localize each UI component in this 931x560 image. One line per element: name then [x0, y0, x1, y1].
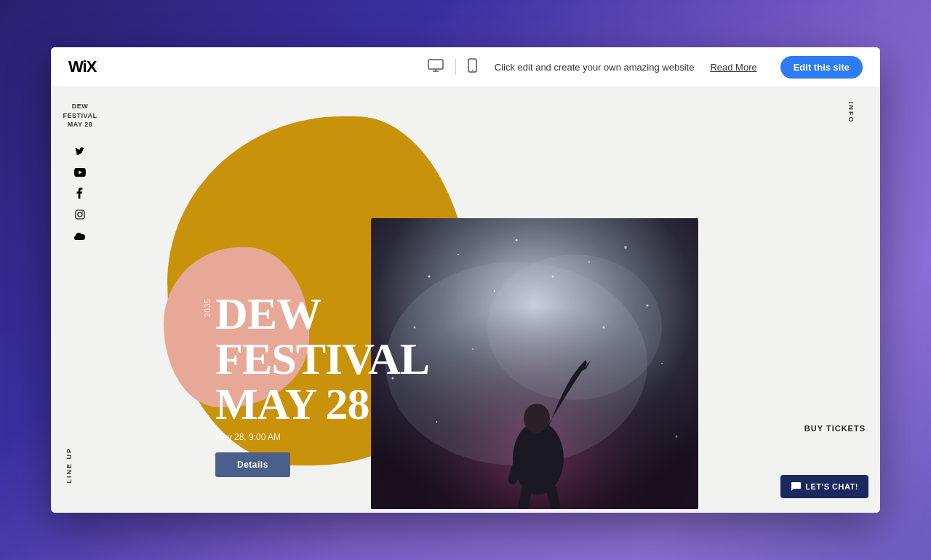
- svg-rect-0: [428, 60, 443, 69]
- year-label: 2035: [204, 298, 212, 317]
- right-sidebar: INFO: [822, 87, 880, 513]
- festival-overlay: 2035 DEW FESTIVAL MAY 28 May 28, 9:00 AM…: [204, 291, 429, 477]
- svg-rect-5: [76, 210, 84, 219]
- chat-icon: [791, 482, 801, 491]
- svg-point-16: [624, 246, 627, 249]
- facebook-icon[interactable]: [76, 188, 84, 201]
- svg-point-12: [428, 276, 431, 278]
- site-title: DEW FESTIVAL MAY 28: [63, 102, 97, 129]
- lineup-label: LINE UP: [65, 447, 73, 484]
- left-sidebar: DEW FESTIVAL MAY 28: [51, 87, 109, 513]
- edit-site-button[interactable]: Edit this site: [780, 56, 863, 79]
- svg-point-26: [436, 421, 437, 423]
- svg-point-28: [524, 404, 550, 433]
- svg-point-25: [676, 436, 678, 438]
- mobile-icon[interactable]: [468, 58, 477, 76]
- svg-point-21: [661, 363, 663, 364]
- svg-point-6: [78, 212, 82, 217]
- svg-point-4: [471, 69, 473, 71]
- youtube-icon[interactable]: [74, 167, 86, 179]
- svg-point-19: [494, 290, 495, 292]
- top-bar: WiX Click edit and create your own amazi…: [51, 47, 880, 87]
- svg-point-14: [516, 239, 518, 241]
- svg-point-15: [588, 261, 590, 263]
- device-icons: [428, 58, 477, 76]
- promo-text: Click edit and create your own amazing w…: [495, 62, 695, 73]
- read-more-link[interactable]: Read More: [710, 62, 756, 73]
- browser-window: WiX Click edit and create your own amazi…: [51, 47, 880, 513]
- festival-heading: DEW FESTIVAL MAY 28: [215, 291, 429, 426]
- info-label: INFO: [847, 102, 855, 124]
- wix-logo: WiX: [68, 57, 96, 76]
- svg-point-13: [457, 254, 459, 255]
- festival-title: DEW FESTIVAL MAY 28 May 28, 9:00 AM Deta…: [215, 291, 429, 477]
- twitter-icon[interactable]: [75, 147, 85, 159]
- svg-point-7: [82, 211, 84, 212]
- main-content: DEW FESTIVAL MAY 28: [51, 87, 880, 513]
- svg-point-23: [472, 348, 474, 350]
- svg-point-20: [552, 276, 554, 278]
- social-icons: [74, 147, 86, 242]
- soundcloud-icon[interactable]: [74, 231, 86, 242]
- instagram-icon[interactable]: [75, 209, 85, 222]
- svg-point-18: [647, 305, 649, 307]
- festival-date: May 28, 9:00 AM: [215, 432, 429, 442]
- svg-point-24: [603, 327, 605, 329]
- desktop-icon[interactable]: [428, 59, 444, 76]
- device-divider: [455, 59, 456, 75]
- details-button[interactable]: Details: [215, 452, 290, 477]
